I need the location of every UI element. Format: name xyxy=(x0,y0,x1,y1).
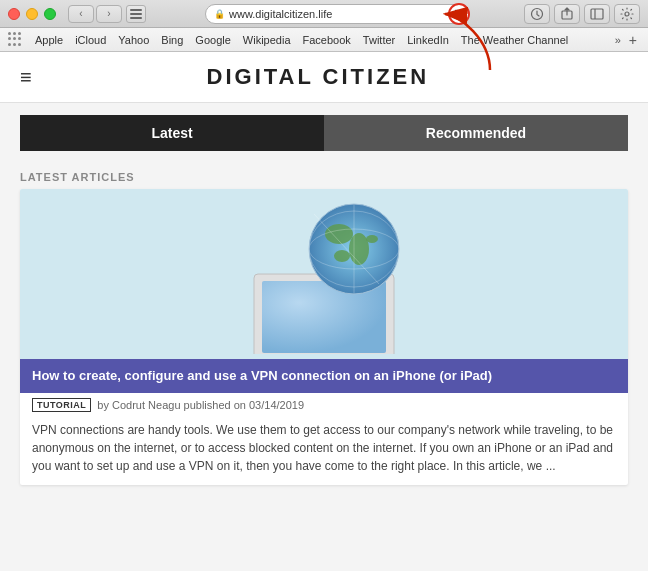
svg-rect-0 xyxy=(130,9,142,11)
article-image xyxy=(20,189,628,359)
back-button[interactable]: ‹ xyxy=(68,5,94,23)
close-button[interactable] xyxy=(8,8,20,20)
reload-button[interactable]: ↻ xyxy=(448,3,470,25)
toolbar-right xyxy=(524,4,640,24)
svg-point-17 xyxy=(366,235,378,243)
article-meta: TUTORIAL by Codrut Neagu published on 03… xyxy=(20,393,628,417)
bookmark-yahoo[interactable]: Yahoo xyxy=(113,34,154,46)
url-text: www.digitalcitizen.life xyxy=(229,8,332,20)
minimize-button[interactable] xyxy=(26,8,38,20)
bookmark-icloud[interactable]: iCloud xyxy=(70,34,111,46)
sidebar-toggle-button[interactable] xyxy=(584,4,610,24)
bookmarks-add-button[interactable]: + xyxy=(626,32,640,48)
svg-rect-2 xyxy=(130,17,142,19)
maximize-button[interactable] xyxy=(44,8,56,20)
article-author: by Codrut Neagu published on 03/14/2019 xyxy=(97,399,304,411)
forward-button[interactable]: › xyxy=(96,5,122,23)
bookmarks-more-button[interactable]: » xyxy=(612,34,624,46)
svg-point-15 xyxy=(349,233,369,265)
tutorial-badge: TUTORIAL xyxy=(32,398,91,412)
share-button[interactable] xyxy=(554,4,580,24)
svg-point-7 xyxy=(625,12,629,16)
bookmark-wikipedia[interactable]: Wikipedia xyxy=(238,34,296,46)
article-card: How to create, configure and use a VPN c… xyxy=(20,189,628,485)
bookmark-bing[interactable]: Bing xyxy=(156,34,188,46)
address-bar-area: 🔒 www.digitalcitizen.life ↻ xyxy=(154,4,516,24)
history-button[interactable] xyxy=(524,4,550,24)
bookmark-weather[interactable]: The Weather Channel xyxy=(456,34,573,46)
bookmark-linkedin[interactable]: LinkedIn xyxy=(402,34,454,46)
title-bar: ‹ › 🔒 www.digitalcitizen.life ↻ xyxy=(0,0,648,28)
site-header: ≡ DIGITAL CITIZEN xyxy=(0,52,648,103)
article-title-bar: How to create, configure and use a VPN c… xyxy=(20,359,628,393)
bookmarks-grid-icon[interactable] xyxy=(8,32,24,48)
svg-rect-1 xyxy=(130,13,142,15)
site-title: DIGITAL CITIZEN xyxy=(32,64,604,90)
tab-latest[interactable]: Latest xyxy=(20,115,324,151)
hamburger-menu[interactable]: ≡ xyxy=(20,67,32,87)
tab-recommended[interactable]: Recommended xyxy=(324,115,628,151)
section-label: LATEST ARTICLES xyxy=(0,163,648,189)
address-bar[interactable]: 🔒 www.digitalcitizen.life xyxy=(205,4,465,24)
bookmark-twitter[interactable]: Twitter xyxy=(358,34,400,46)
nav-arrows: ‹ › xyxy=(68,5,122,23)
svg-point-16 xyxy=(334,250,350,262)
traffic-lights xyxy=(8,8,56,20)
lock-icon: 🔒 xyxy=(214,9,225,19)
article-illustration xyxy=(224,194,424,354)
bookmark-apple[interactable]: Apple xyxy=(30,34,68,46)
bookmarks-bar: Apple iCloud Yahoo Bing Google Wikipedia… xyxy=(0,28,648,52)
svg-rect-5 xyxy=(591,9,603,19)
bookmark-facebook[interactable]: Facebook xyxy=(298,34,356,46)
article-title: How to create, configure and use a VPN c… xyxy=(32,367,616,385)
tab-switcher-button[interactable] xyxy=(126,5,146,23)
page-content: ≡ DIGITAL CITIZEN Latest Recommended LAT… xyxy=(0,52,648,571)
settings-button[interactable] xyxy=(614,4,640,24)
tab-navigation: Latest Recommended xyxy=(0,103,648,163)
bookmark-google[interactable]: Google xyxy=(190,34,235,46)
article-excerpt: VPN connections are handy tools. We use … xyxy=(20,417,628,485)
